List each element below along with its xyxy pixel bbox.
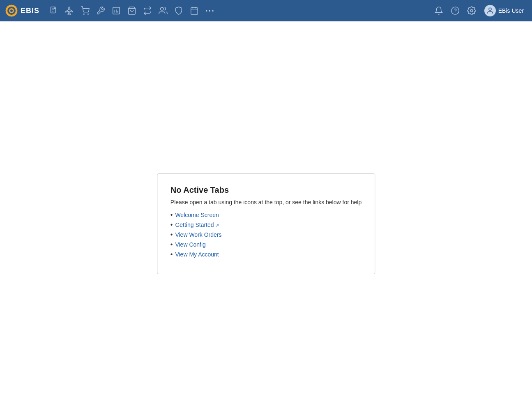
nav-icons: ···: [47, 5, 217, 17]
cart-nav-button[interactable]: [78, 5, 92, 17]
list-item: View Config: [170, 241, 362, 248]
svg-point-8: [83, 14, 84, 14]
view-config-link[interactable]: View Config: [175, 241, 205, 248]
flight-nav-button[interactable]: [62, 5, 76, 17]
getting-started-link[interactable]: Getting Started​↗: [175, 222, 219, 228]
transfer-nav-button[interactable]: [140, 5, 154, 17]
wrench-nav-button[interactable]: [94, 5, 108, 17]
report-nav-button[interactable]: [109, 5, 123, 17]
list-item: View Work Orders: [170, 231, 362, 238]
calendar-nav-button[interactable]: [187, 5, 201, 17]
no-tabs-links-list: Welcome Screen Getting Started​↗ View Wo…: [170, 211, 362, 258]
view-my-account-link[interactable]: View My Account: [175, 251, 219, 258]
svg-point-15: [161, 7, 164, 10]
list-item: Welcome Screen: [170, 211, 362, 219]
more-nav-button[interactable]: ···: [203, 5, 217, 17]
list-item: Getting Started​↗: [170, 221, 362, 229]
more-dots-icon: ···: [205, 6, 215, 16]
users-nav-button[interactable]: [156, 5, 170, 17]
document-nav-button[interactable]: [47, 5, 61, 17]
svg-point-22: [470, 9, 473, 12]
settings-button[interactable]: [465, 5, 479, 17]
user-menu[interactable]: EBis User: [481, 3, 527, 18]
navbar-left: EBIS: [5, 4, 217, 17]
no-tabs-title: No Active Tabs: [170, 185, 362, 195]
view-work-orders-link[interactable]: View Work Orders: [175, 231, 221, 238]
app-name: EBIS: [21, 7, 39, 15]
main-content: No Active Tabs Please open a tab using t…: [0, 21, 532, 411]
svg-point-23: [489, 8, 491, 10]
welcome-screen-link[interactable]: Welcome Screen: [175, 212, 219, 218]
no-tabs-description: Please open a tab using the icons at the…: [170, 199, 362, 206]
logo-area[interactable]: EBIS: [5, 4, 39, 17]
external-link-icon: ↗: [215, 223, 219, 228]
help-button[interactable]: [448, 5, 462, 17]
orders-nav-button[interactable]: [125, 5, 139, 17]
avatar: [484, 5, 496, 16]
user-name: EBis User: [498, 7, 524, 14]
svg-rect-16: [191, 8, 198, 14]
shield-nav-button[interactable]: [172, 5, 186, 17]
notifications-button[interactable]: [432, 5, 446, 17]
navbar: EBIS: [0, 0, 532, 21]
svg-point-3: [10, 9, 13, 12]
svg-point-9: [88, 14, 88, 14]
no-tabs-card: No Active Tabs Please open a tab using t…: [157, 173, 375, 274]
ebis-logo-icon: [5, 4, 18, 17]
svg-point-20: [451, 7, 459, 14]
navbar-right: EBis User: [432, 3, 527, 18]
list-item: View My Account: [170, 251, 362, 258]
getting-started-label: Getting Started: [175, 222, 214, 228]
